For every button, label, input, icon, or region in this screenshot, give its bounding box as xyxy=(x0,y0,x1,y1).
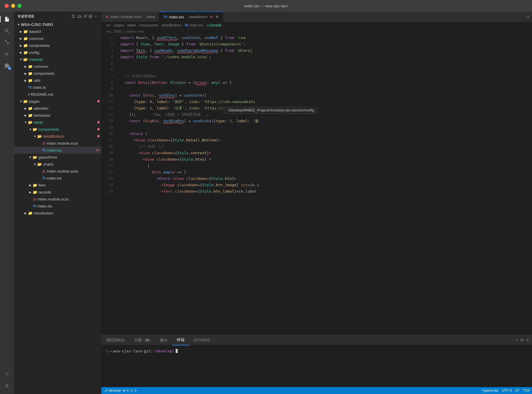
sidebar-item-pages[interactable]: ▼ 📂 pages xyxy=(14,98,101,105)
tab-tsx[interactable]: TS index.tsx …/detailBottom 9+ ✕ xyxy=(159,12,223,22)
new-folder-icon[interactable]: 🗂 xyxy=(77,14,82,19)
terminal-split-icon[interactable]: ⊞ xyxy=(520,338,524,342)
detailbottom-dot-badge xyxy=(97,135,100,137)
terminal-close-icon[interactable]: ✕ xyxy=(526,338,529,342)
sidebar-item-detail-tsx[interactable]: ▶ TS index.tsx xyxy=(14,203,101,210)
folder-icon-components: 📁 xyxy=(23,43,28,48)
arrow-detail-components: ▼ xyxy=(28,128,33,131)
maximize-button[interactable] xyxy=(17,4,22,8)
sidebar-item-detail[interactable]: ▼ 📂 detail xyxy=(14,119,101,126)
code-line-18: {/* 内容 */} xyxy=(120,143,532,150)
collapse-icon[interactable]: ⊟ xyxy=(89,14,92,19)
tab-tsx-close[interactable]: ✕ xyxy=(215,15,219,19)
path-tooltip: ~/Desktop/WWDZ_Projects/Xcx/wxa-cjxc-tar… xyxy=(224,107,317,114)
panel-tab-gitlens[interactable]: GITLENS xyxy=(189,335,215,345)
sidebar-item-guessprice[interactable]: ▼ 📂 guessPrice xyxy=(14,154,101,161)
new-file-icon[interactable]: 🗋 xyxy=(71,14,75,19)
code-editor[interactable]: 12345 678910 1112131415 1617181920 21222… xyxy=(101,35,532,335)
status-language[interactable]: TSX xyxy=(523,388,530,393)
sidebar-item-common[interactable]: ▶ 📁 common xyxy=(14,35,101,42)
sidebar-item-material-utils[interactable]: ▶ 📁 utils xyxy=(14,77,101,84)
activity-bottom: ⊙ {} xyxy=(2,368,12,394)
detail-components-dot-badge xyxy=(97,128,100,130)
terminal-content[interactable]: ○ → wxa-cjxc-taro git:(develop) xyxy=(101,345,532,387)
panel-tab-output[interactable]: 输出 xyxy=(155,335,172,345)
activity-files[interactable] xyxy=(2,14,12,24)
terminal-add-icon[interactable]: + xyxy=(516,338,518,342)
activity-json[interactable]: {} xyxy=(2,380,12,391)
label-item: item xyxy=(38,183,101,187)
sidebar-item-baseui[interactable]: ▶ 📁 baseUI xyxy=(14,28,101,35)
close-button[interactable] xyxy=(5,4,9,8)
sidebar-item-material-common[interactable]: ▶ 📁 common xyxy=(14,63,101,70)
sidebar-item-material[interactable]: ▼ 📂 material xyxy=(14,56,101,63)
bc-class[interactable]: ⧖ DetailB… xyxy=(207,23,225,27)
sidebar-item-components[interactable]: ▶ 📁 components xyxy=(14,42,101,49)
sidebar-item-introduction[interactable]: ▶ 📁 introduction xyxy=(14,210,101,216)
sidebar-item-detailbottom[interactable]: ▼ 📂 detailBottom xyxy=(14,133,101,140)
bc-file[interactable]: index.tsx xyxy=(189,23,203,27)
sidebar-item-config[interactable]: ▶ 📁 config xyxy=(14,49,101,56)
bc-detail[interactable]: detail xyxy=(127,23,136,27)
activity-search[interactable] xyxy=(2,26,12,36)
bc-ts-icon: TS xyxy=(184,24,188,27)
sidebar-item-item[interactable]: ▶ 📁 item xyxy=(14,182,101,189)
arrow-detailbottom: ▼ xyxy=(33,135,37,138)
arrow-material-components: ▶ xyxy=(23,72,28,75)
titlebar: index.tsx — wxa-cjxc-taro xyxy=(0,0,532,12)
sidebar-item-charts[interactable]: ▼ 📂 charts xyxy=(14,161,101,168)
sidebar-item-records[interactable]: ▶ 📁 records xyxy=(14,189,101,196)
panel-tab-terminal[interactable]: 终端 xyxy=(172,335,189,345)
bc-components[interactable]: components xyxy=(139,23,158,27)
arrow-item: ▶ xyxy=(28,184,33,187)
sidebar-item-detail-components[interactable]: ▼ 📂 components xyxy=(14,126,101,133)
sidebar-item-material-components[interactable]: ▶ 📁 components xyxy=(14,70,101,77)
line-numbers: 12345 678910 1112131415 1617181920 21222… xyxy=(101,35,115,335)
bottom-panel: 调试控制台 问题 16 输出 终端 GITLENS + ⊞ xyxy=(101,335,532,387)
sidebar-item-index-module-scss[interactable]: ▶ ⁂ index.module.scss xyxy=(14,140,101,147)
code-line-3: import Taro, { useReady, useShareAppMess… xyxy=(120,47,532,54)
sidebar-item-index-ts[interactable]: ▶ TS index.ts xyxy=(14,84,101,91)
activity-extensions[interactable] xyxy=(2,61,12,71)
more-icon[interactable]: ··· xyxy=(94,14,98,19)
status-branch[interactable]: ⎇ develop xyxy=(104,388,121,393)
status-errors[interactable]: ⊗ 0 xyxy=(123,388,128,393)
sidebar-item-charts-scss[interactable]: ▶ ⁂ index.module.scss xyxy=(14,168,101,175)
activity-run[interactable] xyxy=(2,49,12,59)
refresh-icon[interactable]: ↺ xyxy=(83,14,87,19)
editor-area: ⁂ index.module.scss …/detail TS index.ts… xyxy=(101,12,532,394)
scss-icon-charts-scss: ⁂ xyxy=(42,169,46,173)
bc-detailbottom[interactable]: detailBottom xyxy=(162,23,181,27)
panel-tab-debug[interactable]: 调试控制台 xyxy=(101,335,130,345)
panel-tab-problems[interactable]: 问题 16 xyxy=(130,335,155,345)
sidebar-item-attention[interactable]: ▶ 📁 attention xyxy=(14,105,101,112)
code-line-14: const [bigBtn, setBigBtn] = useState({ty… xyxy=(120,118,532,124)
label-readme: README.md xyxy=(31,92,101,97)
status-encoding[interactable]: UTF-8 xyxy=(502,388,512,393)
sidebar-item-readme[interactable]: ▶ ℹ README.md xyxy=(14,91,101,98)
arrow-detail: ▼ xyxy=(23,121,28,124)
sidebar-item-charts-tsx[interactable]: ▶ TS index.tsx xyxy=(14,175,101,182)
code-line-8: const DetailBottom: FC<any> = (props: an… xyxy=(120,79,532,86)
sidebar-item-behaviour[interactable]: ▶ 📁 behaviour xyxy=(14,112,101,119)
sidebar-item-detail-scss[interactable]: ▶ ⁂ index.module.scss xyxy=(14,196,101,203)
status-typescript[interactable]: TypeScript xyxy=(482,388,498,393)
bc-src[interactable]: src xyxy=(106,23,111,27)
code-line-21: { xyxy=(120,163,532,169)
bc-pages[interactable]: pages xyxy=(114,23,124,27)
tree-root[interactable]: ▼ WXA-CJXC-TARO xyxy=(14,21,101,28)
sidebar-item-index-tsx[interactable]: ▶ TS index.tsx 9+ xyxy=(14,147,101,154)
label-charts: charts xyxy=(43,162,101,166)
folder-icon-material-utils: 📁 xyxy=(28,78,33,83)
activity-source-control[interactable] xyxy=(2,37,12,48)
file-tree: ▼ WXA-CJXC-TARO ▶ 📁 baseUI ▶ 📁 common ▶ … xyxy=(14,21,101,394)
minimize-button[interactable] xyxy=(11,4,15,8)
status-eol[interactable]: LF xyxy=(515,388,519,393)
sidebar: 资源管理器 🗋 🗂 ↺ ⊟ ··· ▼ WXA-CJXC-TARO ▶ 📁 ba… xyxy=(14,12,101,394)
editor-layout-icon[interactable]: ↺ xyxy=(526,15,530,19)
label-config: config xyxy=(29,50,101,55)
tab-scss[interactable]: ⁂ index.module.scss …/detail xyxy=(101,12,159,22)
status-warnings[interactable]: ⚠ 0 xyxy=(130,388,136,393)
tab-scss-path: …/detail xyxy=(143,15,155,19)
activity-remote[interactable]: ⊙ xyxy=(2,368,12,379)
